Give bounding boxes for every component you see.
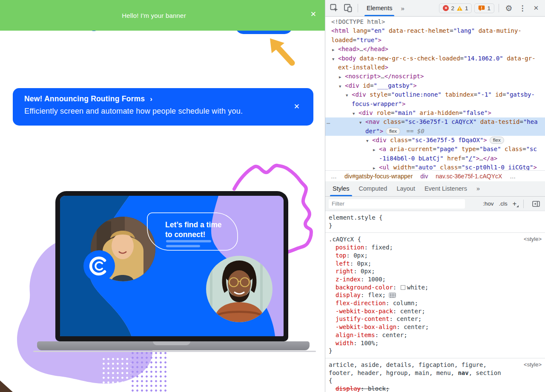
twisty-icon[interactable]: ▶ [373,146,379,155]
dom-tree-node[interactable]: ▶<noscript>…</noscript> [325,72,545,81]
issue-count: 1 [487,5,490,11]
dom-tree-node[interactable]: ▶<a aria-current="page" type="base" clas… [325,145,545,154]
banner-close-icon[interactable]: ✕ [310,11,316,18]
css-selector[interactable]: element.style { [329,214,542,222]
css-property[interactable]: position: fixed; [329,243,542,252]
flex-editor-icon[interactable] [389,292,396,298]
more-options-icon[interactable]: ⋮ [517,3,528,14]
settings-gear-icon[interactable]: ⚙ [503,3,514,14]
code-token: <nav [365,118,380,125]
flex-badge[interactable]: flex [490,137,504,144]
dom-tree-node[interactable]: loaded="true"> [325,36,545,45]
code-token: "page" [436,146,458,152]
breadcrumb-item[interactable]: nav.sc-36e75f-1.cAQYcX [433,173,505,180]
css-property[interactable]: flex-direction: column; [329,299,542,307]
promo-close-icon[interactable]: ✕ [294,102,300,111]
css-property[interactable]: top: 0px; [329,252,542,260]
dom-tree-node[interactable]: ▼<div id="___gatsby"> [325,81,545,90]
tab-event-listeners[interactable]: Event Listeners [420,181,472,196]
dom-tree-node[interactable]: <html lang="en" data-react-helmet="lang"… [325,26,545,35]
breadcrumb-item[interactable]: … [328,173,340,180]
breadcrumb-item[interactable]: … [507,173,519,180]
twisty-icon[interactable]: ▶ [332,46,338,54]
code-token: <body [338,55,356,62]
css-rule: <style>article, aside, details, figcapti… [325,358,545,392]
code-token: = [502,91,506,98]
divider [499,4,499,12]
dom-tree-node[interactable]: ext-installed> [325,63,545,72]
more-style-tabs-icon[interactable]: » [472,181,485,196]
new-style-rule-button[interactable]: + [513,200,516,208]
dom-tree-node[interactable]: <!DOCTYPE html> [325,17,545,26]
twisty-icon[interactable]: ▼ [353,109,359,118]
code-token: " [472,155,476,162]
css-selector[interactable]: <style>article, aside, details, figcapti… [329,361,542,369]
tab-layout[interactable]: Layout [392,181,420,196]
more-tabs-icon[interactable]: » [399,5,406,12]
dom-tree-node[interactable]: ▼<body data-new-gr-c-s-check-loaded="14.… [325,54,545,63]
css-property[interactable]: left: 0px; [329,260,542,268]
code-token: = [401,118,404,125]
flex-badge[interactable]: flex [386,128,400,135]
promo-bar[interactable]: New! Announcing Routing Forms› Efficient… [13,88,313,126]
tab-computed[interactable]: Computed [354,181,392,196]
dom-tree-node[interactable]: focus-wrapper"> [325,100,545,109]
dom-tree-node[interactable]: ▼<div role="main" aria-hidden="false"> [325,109,545,117]
twisty-icon[interactable]: ▼ [332,55,338,64]
code-token: <div [359,109,373,116]
toggle-hover-state-button[interactable]: :hov [483,200,494,207]
laptop-screen: Let’s find a time to connect! [60,196,284,336]
css-selector[interactable]: footer, header, hgroup, main, menu, nav,… [329,369,542,377]
dom-tree-node[interactable]: …▼<nav class="sc-36e75f-1 cAQYcX" data-t… [325,117,545,126]
twisty-icon[interactable]: ▶ [373,164,379,170]
toggle-class-button[interactable]: .cls [499,200,507,207]
css-property[interactable]: align-items: center; [329,331,542,339]
dom-tree-node[interactable]: ▼<div style="outline:none" tabindex="-1"… [325,90,545,99]
css-property[interactable]: display: block; [329,385,542,392]
code-token: "lang" [453,27,475,34]
twisty-icon[interactable]: ▼ [366,137,372,146]
close-devtools-icon[interactable]: ✕ [531,3,542,14]
code-token: "sc-pt0hl1-0 iiCGtg" [462,164,534,170]
filter-input[interactable] [329,199,465,209]
tab-styles[interactable]: Styles [328,181,354,196]
twisty-icon[interactable]: ▼ [359,118,365,127]
stylesheet-origin-link[interactable]: <style> [524,235,542,243]
issue-icon [478,5,485,11]
devtools-toolbar: Elements » ✕ 2 1 1 ⚙ ⋮ ✕ [325,0,545,17]
dom-tree-node[interactable]: ▶<head>…</head> [325,45,545,54]
code-token: id [359,82,370,89]
css-property[interactable]: display: flex; [329,291,542,299]
css-property[interactable]: -webkit-box-pack: center; [329,307,542,315]
css-property[interactable]: background-color: white; [329,283,542,292]
css-property[interactable]: right: 0px; [329,267,542,275]
dom-tree-node[interactable]: ▶<ul width="auto" class="sc-pt0hl1-0 iiC… [325,163,545,170]
dom-tree-node[interactable]: der">flex == $0 [325,127,545,136]
dock-sidebar-icon[interactable] [531,198,542,209]
console-errors-badge[interactable]: ✕ 2 1 [439,3,472,13]
devtools-panel: Elements » ✕ 2 1 1 ⚙ ⋮ ✕ <!DOCTYPE html>… [325,0,545,392]
css-selector[interactable]: <style>.cAQYcX { [329,235,542,243]
laptop-base [37,341,310,350]
dom-tree-node[interactable]: ▼<div class="sc-36e75f-5 fDqaOX">flex [325,136,545,145]
twisty-icon[interactable]: ▼ [346,91,352,100]
inspect-element-icon[interactable] [329,3,340,14]
tab-elements[interactable]: Elements [362,0,396,16]
css-property[interactable]: z-index: 1000; [329,275,542,283]
breadcrumb-item[interactable]: div [417,173,431,180]
dom-tree-node[interactable]: -1i84b6l-0 bLatCj" href="/">…</a> [325,154,545,163]
css-rule: <style>.cAQYcX {position: fixed;top: 0px… [325,232,545,358]
code-token: width [390,164,411,170]
css-property[interactable]: -webkit-box-align: center; [329,323,542,331]
css-selector[interactable]: { [329,377,542,385]
issues-badge[interactable]: 1 [474,3,494,13]
twisty-icon[interactable]: ▶ [339,73,345,82]
bubble-text-line1: Let’s find a time [165,220,222,229]
css-property[interactable]: width: 100%; [329,339,542,347]
stylesheet-origin-link[interactable]: <style> [524,361,542,369]
device-toolbar-icon[interactable] [342,3,353,14]
breadcrumb-item[interactable]: div#gatsby-focus-wrapper [341,173,416,180]
color-swatch[interactable] [401,285,405,290]
twisty-icon[interactable]: ▼ [339,82,345,91]
css-property[interactable]: justify-content: center; [329,315,542,323]
